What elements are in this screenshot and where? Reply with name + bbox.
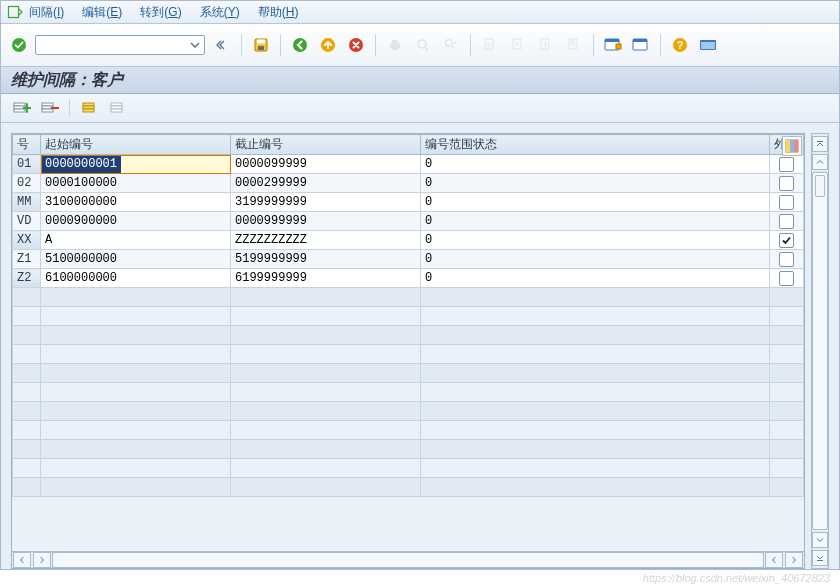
cancel-icon[interactable] xyxy=(345,34,367,56)
table-row[interactable]: XXAZZZZZZZZZZ0 xyxy=(13,231,804,250)
cell-to[interactable]: 6199999999 xyxy=(231,269,421,288)
cell-status[interactable]: 0 xyxy=(421,212,770,231)
checkbox[interactable] xyxy=(779,176,794,191)
vscroll-track[interactable] xyxy=(812,172,828,530)
deselect-all-icon[interactable] xyxy=(106,97,128,119)
hscroll-track[interactable] xyxy=(52,552,764,568)
delete-row-icon[interactable] xyxy=(39,97,61,119)
cell-status[interactable]: 0 xyxy=(421,155,770,174)
help-icon[interactable]: ? xyxy=(669,34,691,56)
col-status[interactable]: 编号范围状态 xyxy=(421,135,770,155)
menu-system[interactable]: 系统(Y) xyxy=(200,4,240,21)
table-row-empty[interactable] xyxy=(13,364,804,383)
cell-to[interactable]: 0000299999 xyxy=(231,174,421,193)
command-field[interactable] xyxy=(35,35,205,55)
cell-ext[interactable] xyxy=(770,269,804,288)
vscrollbar[interactable] xyxy=(811,133,829,569)
cell-ext[interactable] xyxy=(770,250,804,269)
cell-to[interactable]: 0000099999 xyxy=(231,155,421,174)
table-row[interactable]: Z2610000000061999999990 xyxy=(13,269,804,288)
cell-id[interactable]: 01 xyxy=(13,155,41,174)
col-id[interactable]: 号 xyxy=(13,135,41,155)
back-icon[interactable] xyxy=(289,34,311,56)
cell-ext[interactable] xyxy=(770,193,804,212)
enter-icon[interactable] xyxy=(9,35,29,55)
vscroll-handle[interactable] xyxy=(815,175,825,197)
cell-status[interactable]: 0 xyxy=(421,193,770,212)
cell-to[interactable]: 3199999999 xyxy=(231,193,421,212)
cell-ext[interactable] xyxy=(770,231,804,250)
col-to[interactable]: 截止编号 xyxy=(231,135,421,155)
table-row-empty[interactable] xyxy=(13,440,804,459)
table-row-empty[interactable] xyxy=(13,326,804,345)
cell-from[interactable]: 3100000000 xyxy=(41,193,231,212)
menu-interval[interactable]: 间隔(I) xyxy=(29,4,64,21)
cell-from[interactable]: 0000900000 xyxy=(41,212,231,231)
checkbox[interactable] xyxy=(779,214,794,229)
save-icon[interactable] xyxy=(250,34,272,56)
scroll-bottom-icon[interactable] xyxy=(812,550,828,566)
cell-status[interactable]: 0 xyxy=(421,231,770,250)
table-row[interactable]: VD000090000000009999990 xyxy=(13,212,804,231)
checkbox[interactable] xyxy=(779,271,794,286)
scroll-right-icon[interactable] xyxy=(33,552,51,568)
cell-ext[interactable] xyxy=(770,174,804,193)
collapse-icon[interactable] xyxy=(211,34,233,56)
checkbox[interactable] xyxy=(779,233,794,248)
insert-row-icon[interactable] xyxy=(11,97,33,119)
svg-rect-23 xyxy=(605,39,619,42)
exit-icon[interactable] xyxy=(317,34,339,56)
scroll-left2-icon[interactable] xyxy=(765,552,783,568)
table-settings-icon[interactable] xyxy=(782,136,802,156)
cell-status[interactable]: 0 xyxy=(421,174,770,193)
cell-id[interactable]: MM xyxy=(13,193,41,212)
table-row-empty[interactable] xyxy=(13,478,804,497)
scroll-down-icon[interactable] xyxy=(812,532,828,548)
scroll-top-icon[interactable] xyxy=(812,136,828,152)
select-all-icon[interactable] xyxy=(78,97,100,119)
checkbox[interactable] xyxy=(779,252,794,267)
cell-id[interactable]: Z1 xyxy=(13,250,41,269)
scroll-up-icon[interactable] xyxy=(812,154,828,170)
menu-help[interactable]: 帮助(H) xyxy=(258,4,299,21)
cell-to[interactable]: ZZZZZZZZZZ xyxy=(231,231,421,250)
checkbox[interactable] xyxy=(779,195,794,210)
table-row-empty[interactable] xyxy=(13,307,804,326)
cell-id[interactable]: VD xyxy=(13,212,41,231)
table-row-empty[interactable] xyxy=(13,402,804,421)
layout-icon[interactable] xyxy=(697,34,719,56)
table-row-empty[interactable] xyxy=(13,459,804,478)
command-menu-icon[interactable] xyxy=(7,4,23,20)
cell-to[interactable]: 0000999999 xyxy=(231,212,421,231)
scroll-right2-icon[interactable] xyxy=(785,552,803,568)
cell-from[interactable]: 6100000000 xyxy=(41,269,231,288)
cell-status[interactable]: 0 xyxy=(421,250,770,269)
table-row[interactable]: MM310000000031999999990 xyxy=(13,193,804,212)
cell-id[interactable]: XX xyxy=(13,231,41,250)
checkbox[interactable] xyxy=(779,157,794,172)
cell-id[interactable]: Z2 xyxy=(13,269,41,288)
cell-from[interactable]: 0000100000 xyxy=(41,174,231,193)
cell-id[interactable]: 02 xyxy=(13,174,41,193)
table-row-empty[interactable] xyxy=(13,383,804,402)
cell-from[interactable]: 5100000000 xyxy=(41,250,231,269)
table-row-empty[interactable] xyxy=(13,345,804,364)
cell-from[interactable]: 0000000001 xyxy=(41,155,231,174)
cell-to[interactable]: 5199999999 xyxy=(231,250,421,269)
generate-shortcut-icon[interactable] xyxy=(630,34,652,56)
menu-edit[interactable]: 编辑(E) xyxy=(82,4,122,21)
table-row[interactable]: Z1510000000051999999990 xyxy=(13,250,804,269)
cell-from[interactable]: A xyxy=(41,231,231,250)
hscrollbar[interactable] xyxy=(12,551,804,568)
table-row-empty[interactable] xyxy=(13,421,804,440)
cell-ext[interactable] xyxy=(770,212,804,231)
scroll-left-icon[interactable] xyxy=(13,552,31,568)
table-row[interactable]: 02000010000000002999990 xyxy=(13,174,804,193)
cell-status[interactable]: 0 xyxy=(421,269,770,288)
table-row[interactable]: 01000000000100000999990 xyxy=(13,155,804,174)
table-row-empty[interactable] xyxy=(13,288,804,307)
cell-ext[interactable] xyxy=(770,155,804,174)
col-from[interactable]: 起始编号 xyxy=(41,135,231,155)
menu-goto[interactable]: 转到(G) xyxy=(140,4,181,21)
new-session-icon[interactable] xyxy=(602,34,624,56)
